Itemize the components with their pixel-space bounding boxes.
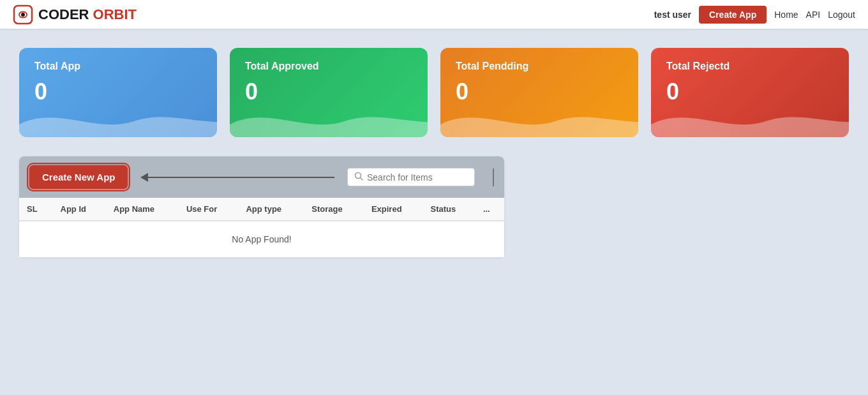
nav-area: test user Create App Home API Logout [654, 6, 855, 24]
nav-logout-link[interactable]: Logout [828, 10, 855, 20]
stat-label-total-pending: Total Pendding [456, 61, 623, 72]
col-app-id: App Id [53, 198, 106, 221]
stats-grid: Total App 0 Total Approved 0 Total Pendd… [19, 48, 849, 137]
data-table: SL App Id App Name Use For App type Stor… [19, 198, 504, 257]
table-header-row: SL App Id App Name Use For App type Stor… [19, 198, 504, 221]
stat-card-total-app: Total App 0 [19, 48, 217, 137]
logo-area: CODER ORBIT [13, 4, 654, 25]
main-content: Total App 0 Total Approved 0 Total Pendd… [0, 29, 868, 276]
wave-bg-green [230, 99, 428, 137]
search-box [347, 168, 475, 186]
table-body: No App Found! [19, 221, 504, 257]
wave-bg-red [651, 99, 849, 137]
wave-bg-orange [440, 99, 638, 137]
arrow-line [148, 177, 334, 178]
stat-label-total-approved: Total Approved [245, 61, 412, 72]
svg-point-1 [21, 13, 25, 17]
col-actions: ... [475, 198, 504, 221]
logo-icon [13, 4, 33, 25]
create-app-button[interactable]: Create App [699, 6, 767, 24]
nav-home-link[interactable]: Home [774, 10, 798, 20]
svg-line-3 [361, 178, 363, 181]
no-data-message: No App Found! [19, 221, 504, 257]
search-input[interactable] [367, 172, 463, 183]
nav-api-link[interactable]: API [806, 10, 821, 20]
table-section: Create New App SL Ap [19, 156, 504, 257]
col-use-for: Use For [179, 198, 239, 221]
col-sl: SL [19, 198, 53, 221]
header: CODER ORBIT test user Create App Home AP… [0, 0, 868, 29]
search-icon [354, 172, 363, 183]
stat-label-total-rejected: Total Rejectd [666, 61, 834, 72]
col-app-type: App type [238, 198, 304, 221]
user-label: test user [654, 10, 691, 20]
no-data-row: No App Found! [19, 221, 504, 257]
search-line-divider [493, 168, 494, 186]
wave-bg-blue [19, 99, 217, 137]
logo-text: CODER ORBIT [38, 6, 137, 23]
col-app-name: App Name [106, 198, 179, 221]
logo-coder: CODER [38, 6, 89, 22]
col-status: Status [423, 198, 475, 221]
stat-card-total-pending: Total Pendding 0 [440, 48, 638, 137]
logo-orbit: ORBIT [93, 6, 137, 22]
arrow-head-icon [140, 173, 148, 182]
stat-label-total-app: Total App [34, 61, 202, 72]
col-expired: Expired [364, 198, 423, 221]
col-storage: Storage [304, 198, 364, 221]
stat-card-total-approved: Total Approved 0 [230, 48, 428, 137]
table-header: SL App Id App Name Use For App type Stor… [19, 198, 504, 221]
table-toolbar: Create New App [19, 156, 504, 198]
arrow-indicator [140, 173, 334, 182]
stat-card-total-rejected: Total Rejectd 0 [651, 48, 849, 137]
create-new-app-button[interactable]: Create New App [29, 165, 128, 189]
